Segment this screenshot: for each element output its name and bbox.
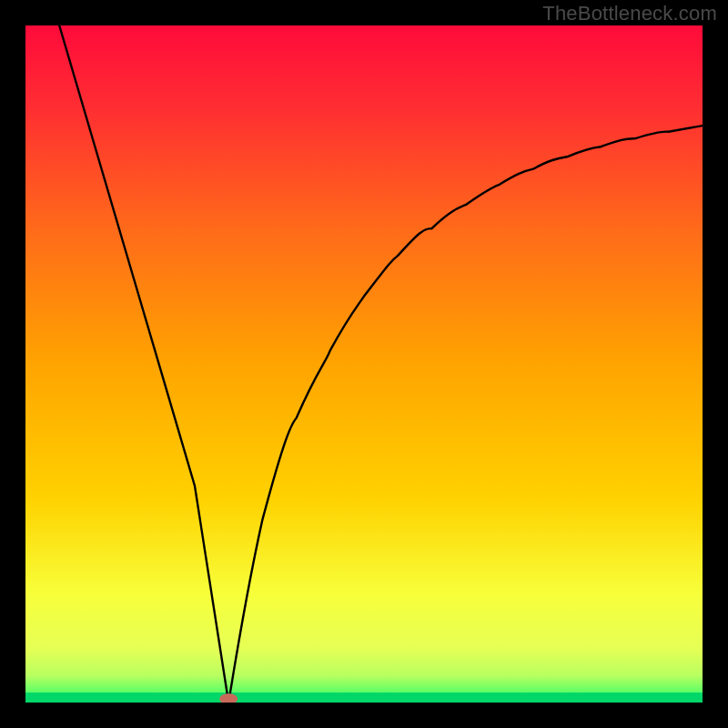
baseline-band — [25, 693, 703, 703]
chart-frame: TheBottleneck.com — [0, 0, 728, 728]
plot-svg — [25, 25, 703, 703]
gradient-background — [25, 25, 703, 703]
watermark-text: TheBottleneck.com — [542, 2, 717, 25]
bottleneck-plot — [25, 25, 703, 703]
